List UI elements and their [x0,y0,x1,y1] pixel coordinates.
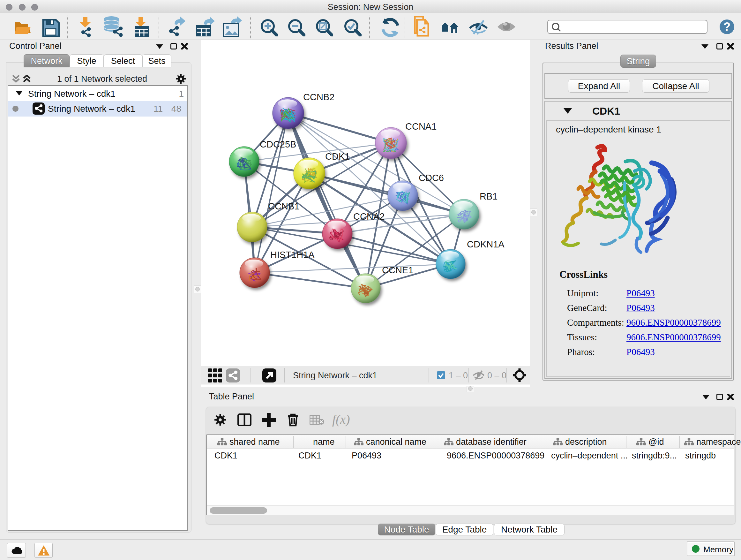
svg-text:CDC25B: CDC25B [260,139,296,149]
svg-text:?: ? [724,20,731,33]
svg-text:CCNA1: CCNA1 [405,121,436,132]
svg-text:CDKN1A: CDKN1A [467,239,504,249]
svg-text:RB1: RB1 [480,191,497,201]
svg-text:CCNB1: CCNB1 [268,201,299,211]
svg-text:CDK1: CDK1 [325,151,350,162]
svg-text:CDC6: CDC6 [419,173,444,183]
svg-text:CCNE1: CCNE1 [382,265,413,275]
svg-text:HIST1H1A: HIST1H1A [270,250,315,260]
svg-text:CCNA2: CCNA2 [353,211,385,222]
svg-text:CCNB2: CCNB2 [303,92,334,102]
